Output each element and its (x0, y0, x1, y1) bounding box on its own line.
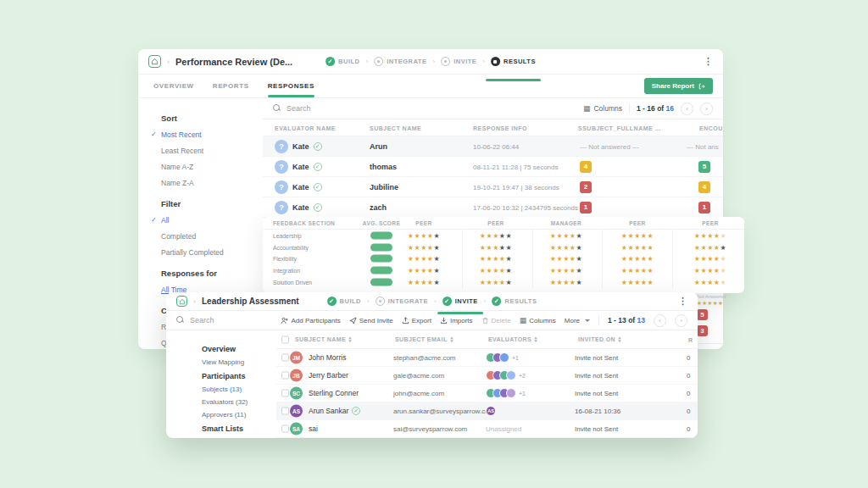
evaluator-avatar: ? (275, 180, 288, 194)
add-participants-button[interactable]: Add Participants (281, 317, 340, 324)
filter-option-completed[interactable]: Completed (138, 232, 263, 241)
sort-icon[interactable] (348, 336, 352, 343)
next-page-button[interactable]: › (675, 314, 687, 327)
sort-icon[interactable] (534, 336, 537, 343)
peer-rating: ★★★★★ (621, 279, 654, 286)
prev-page-button[interactable]: ‹ (654, 314, 666, 327)
filter-option-all[interactable]: ✓All (138, 216, 263, 225)
sort-option-most-recent[interactable]: ✓Most Recent (138, 130, 263, 139)
breadcrumb-build[interactable]: ✓BUILD (327, 297, 361, 306)
kebab-menu-icon[interactable]: ⋮ (704, 56, 713, 67)
divider (629, 103, 630, 114)
column-header-subject[interactable]: SUBJECT NAME (370, 125, 421, 130)
select-all-checkbox[interactable] (281, 336, 289, 343)
feedback-section-label: Integration (273, 268, 300, 274)
share-report-button[interactable]: Share Report (644, 78, 713, 94)
filter-option-partially-completed[interactable]: Partially Completed (138, 248, 263, 257)
column-header-evaluators[interactable]: EVALUATORS (488, 336, 537, 343)
subject-name: Jerry Barber (309, 371, 348, 380)
response-row[interactable]: ?Kate✓ Jubiline 19-10-21 19:47 | 38 seco… (263, 177, 723, 197)
more-button[interactable]: More (565, 317, 590, 324)
search-input[interactable] (287, 104, 583, 113)
search-input[interactable] (190, 316, 281, 324)
column-header-response-info[interactable]: RESPONSE INFO (473, 125, 527, 130)
sort-option-least-recent[interactable]: Least Recent (138, 147, 263, 155)
avg-score-pill (370, 267, 392, 274)
sort-icon[interactable] (618, 336, 621, 343)
response-row[interactable]: ?Kate✓ thomas 08-11-21 11:28 | 75 second… (263, 157, 723, 177)
delete-button[interactable]: Delete (481, 317, 511, 324)
breadcrumb-label: INTEGRATE (388, 297, 428, 305)
subject-name: John Morris (309, 353, 346, 362)
subject-name: Arun Sankar✓ (309, 407, 360, 415)
subject-row[interactable]: JM John Morris stephan@acme.com +1 Invit… (276, 349, 698, 367)
manager-rating: ★★★★★ (550, 243, 582, 251)
invited-on: Invite not Sent (575, 372, 618, 380)
sidebar-item-subjects[interactable]: Subjects (13) (202, 385, 276, 393)
response-row[interactable]: ?Kate✓ zach 17-06-20 16:32 | 2434795 sec… (263, 197, 723, 218)
subject-row[interactable]: JB Jerry Barber gale@acme.com +2 Invite … (276, 367, 698, 385)
subject-row[interactable]: SC Sterling Conner john@acme.com +1 Invi… (276, 385, 698, 402)
tab-responses[interactable]: RESPONSES (268, 75, 314, 97)
columns-button[interactable]: ▦ Columns (520, 316, 556, 324)
breadcrumb-results[interactable]: ✓RESULTS (492, 297, 537, 306)
home-icon[interactable] (176, 296, 187, 307)
column-header-subject-email[interactable]: SUBJECT EMAIL (395, 336, 453, 343)
evaluator-name: Kate (292, 142, 309, 151)
breadcrumb-invite[interactable]: INVITE (441, 57, 476, 66)
breadcrumb-results-active[interactable]: RESULTS (491, 57, 536, 66)
divider (598, 315, 599, 325)
column-header-ssubject-fullname[interactable]: SSUBJECT_FULLNAME ... (578, 125, 661, 130)
sort-option-name-za[interactable]: Name Z-A (138, 179, 263, 187)
columns-button[interactable]: ▦Columns (583, 104, 622, 113)
imports-button[interactable]: Imports (440, 317, 473, 324)
breadcrumb-invite-active[interactable]: ✓INVITE (442, 297, 478, 306)
row-checkbox[interactable] (281, 354, 289, 362)
subject-row-selected[interactable]: AS Arun Sankar✓ arun.sankar@surveysparro… (276, 402, 698, 420)
tab-reports[interactable]: REPORTS (213, 75, 249, 97)
peer-rating: ★★★★★ (621, 243, 654, 251)
column-header-evaluator[interactable]: EVALUATOR NAME (275, 125, 336, 130)
feedback-scores-header: FEEDBACK SECTION AVG. SCORE PEER PEER MA… (263, 217, 744, 230)
encourage-value: 1 (698, 202, 710, 214)
breadcrumb-build[interactable]: ✓BUILD (326, 57, 359, 66)
ssubject-value: 4 (580, 161, 592, 173)
results-chart-icon (491, 57, 500, 66)
home-icon[interactable] (148, 55, 161, 68)
filter-heading: Filter (138, 199, 263, 208)
survey-title: Performance Review (De... (175, 57, 292, 67)
response-row[interactable]: ?Kate✓ Arun 10-06-22 06:44 --- Not answe… (263, 136, 723, 157)
column-header-encourage[interactable]: ENCOURAG (699, 125, 723, 130)
export-button[interactable]: Export (402, 317, 431, 324)
breadcrumb-integrate[interactable]: INTEGRATE (376, 297, 428, 306)
column-header-invited-on[interactable]: INVITED ON (578, 336, 621, 343)
row-checkbox[interactable] (281, 425, 289, 433)
responses-search-row: ▦Columns 1 - 16 of 16 ‹ › (263, 98, 723, 119)
row-checkbox[interactable] (281, 390, 289, 397)
send-invite-button[interactable]: Send Invite (349, 317, 393, 324)
evaluators-cell: +1 (486, 388, 526, 398)
breadcrumb-integrate[interactable]: INTEGRATE (374, 57, 426, 66)
next-page-button[interactable]: › (700, 103, 713, 115)
sidebar-item-view-mapping[interactable]: View Mapping (202, 358, 276, 366)
evaluators-cell: +2 (486, 370, 526, 380)
ssubject-value: 1 (580, 202, 592, 214)
manager-rating: ★★★★★ (550, 231, 582, 239)
row-checkbox[interactable] (281, 408, 289, 415)
sort-icon[interactable] (450, 336, 453, 343)
kebab-menu-icon[interactable]: ⋮ (678, 296, 687, 307)
sort-option-name-az[interactable]: Name A-Z (138, 163, 263, 171)
sidebar-item-overview[interactable]: Overview (202, 345, 276, 353)
breadcrumb: ✓BUILD › INTEGRATE › INVITE › RESULTS (326, 49, 536, 74)
evaluator-name: Kate (292, 183, 309, 191)
import-icon (440, 317, 448, 324)
sidebar-item-approvers[interactable]: Approvers (11) (202, 411, 276, 419)
column-header-subject-name[interactable]: SUBJECT NAME (295, 336, 352, 343)
row-checkbox[interactable] (281, 372, 289, 380)
sidebar-item-evaluators[interactable]: Evaluators (32) (202, 398, 276, 406)
subject-row[interactable]: SA sai sai@surveysparrow.com Unassigned … (276, 420, 698, 438)
prev-page-button[interactable]: ‹ (681, 103, 693, 115)
column-header-reminders[interactable]: R (688, 336, 693, 342)
subject-name: Arun (370, 142, 387, 151)
tab-overview[interactable]: OVERVIEW (153, 75, 194, 97)
